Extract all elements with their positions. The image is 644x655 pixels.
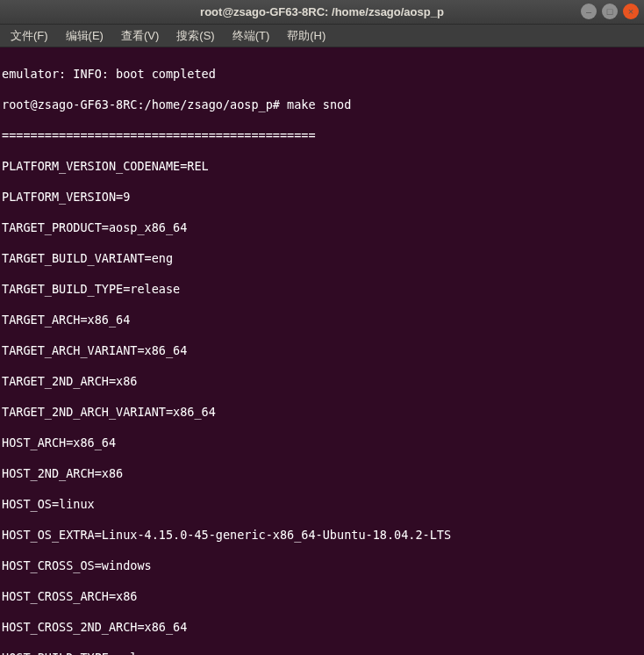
env-line: PLATFORM_VERSION=9 xyxy=(2,190,642,205)
env-line: TARGET_ARCH=x86_64 xyxy=(2,313,642,328)
maximize-button[interactable]: □ xyxy=(602,4,618,19)
env-line: HOST_OS=linux xyxy=(2,497,642,513)
menu-help[interactable]: 帮助(H) xyxy=(280,25,333,47)
separator-line: ========================================… xyxy=(2,128,642,144)
env-line: TARGET_PRODUCT=aosp_x86_64 xyxy=(2,220,642,236)
env-line: TARGET_ARCH_VARIANT=x86_64 xyxy=(2,343,642,359)
menu-edit[interactable]: 编辑(E) xyxy=(59,25,111,47)
env-line: TARGET_2ND_ARCH=x86 xyxy=(2,374,642,390)
output-line: emulator: INFO: boot completed xyxy=(2,67,642,83)
env-line: HOST_CROSS_ARCH=x86 xyxy=(2,589,642,605)
close-button[interactable]: × xyxy=(623,4,639,19)
env-line: HOST_OS_EXTRA=Linux-4.15.0-45-generic-x8… xyxy=(2,528,642,543)
menu-search[interactable]: 搜索(S) xyxy=(169,25,221,47)
minimize-button[interactable]: – xyxy=(581,4,597,19)
env-line: HOST_BUILD_TYPE=release xyxy=(2,651,642,656)
env-line: TARGET_2ND_ARCH_VARIANT=x86_64 xyxy=(2,405,642,421)
env-line: TARGET_BUILD_TYPE=release xyxy=(2,282,642,298)
env-line: HOST_CROSS_2ND_ARCH=x86_64 xyxy=(2,620,642,636)
window-controls: – □ × xyxy=(581,4,639,19)
env-line: PLATFORM_VERSION_CODENAME=REL xyxy=(2,159,642,175)
menubar: 文件(F) 编辑(E) 查看(V) 搜索(S) 终端(T) 帮助(H) xyxy=(0,25,644,47)
prompt-line: root@zsago-GF63-8RC:/home/zsago/aosp_p# … xyxy=(2,97,642,113)
menu-file[interactable]: 文件(F) xyxy=(4,25,55,47)
window-title: root@zsago-GF63-8RC: /home/zsago/aosp_p xyxy=(200,5,444,18)
env-line: HOST_CROSS_OS=windows xyxy=(2,558,642,574)
terminal-area[interactable]: emulator: INFO: boot completed root@zsag… xyxy=(0,47,644,655)
menu-terminal[interactable]: 终端(T) xyxy=(225,25,277,47)
env-line: TARGET_BUILD_VARIANT=eng xyxy=(2,251,642,267)
menu-view[interactable]: 查看(V) xyxy=(114,25,166,47)
env-line: HOST_ARCH=x86_64 xyxy=(2,435,642,451)
env-line: HOST_2ND_ARCH=x86 xyxy=(2,466,642,482)
titlebar: root@zsago-GF63-8RC: /home/zsago/aosp_p … xyxy=(0,0,644,25)
